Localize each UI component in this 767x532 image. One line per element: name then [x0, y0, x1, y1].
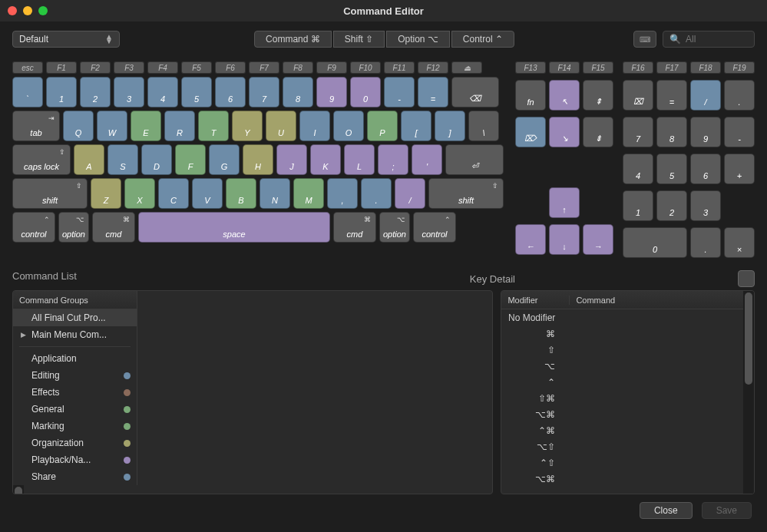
key-f12[interactable]: F12 — [418, 61, 448, 74]
key-1[interactable]: 1 — [623, 190, 653, 221]
key-detail-row[interactable]: ⌃⇧ — [501, 454, 743, 471]
key-f15[interactable]: F15 — [583, 61, 613, 74]
key-detail-row[interactable]: ⌥⌘ — [501, 406, 743, 422]
category-item[interactable]: Effects — [13, 384, 137, 401]
key-j[interactable]: J — [276, 144, 307, 175]
key-←[interactable]: ← — [515, 224, 546, 255]
key-t[interactable]: T — [198, 111, 229, 141]
key-o[interactable]: O — [333, 111, 364, 141]
category-item[interactable]: General — [13, 401, 137, 418]
key-,[interactable]: , — [327, 178, 358, 209]
key-f6[interactable]: F6 — [215, 61, 246, 74]
key-f18[interactable]: F18 — [690, 61, 721, 74]
search-box[interactable]: 🔍 — [663, 31, 755, 48]
key-f1[interactable]: F1 — [46, 61, 77, 74]
key-f14[interactable]: F14 — [549, 61, 580, 74]
key-2[interactable]: 2 — [656, 190, 687, 221]
key-l[interactable]: L — [344, 144, 375, 175]
key-7[interactable]: 7 — [249, 77, 279, 107]
key-=[interactable]: = — [656, 80, 687, 111]
key-⏎[interactable]: ⏎ — [445, 144, 504, 175]
key-;[interactable]: ; — [378, 144, 408, 175]
category-item[interactable]: Share — [13, 468, 137, 485]
key-detail-row[interactable]: ⌃ — [501, 374, 743, 390]
key-⇞[interactable]: ⇞ — [583, 80, 613, 111]
category-item[interactable]: Playback/Na... — [13, 451, 137, 468]
kd-modifier-header[interactable]: Modifier — [507, 296, 566, 305]
key-f13[interactable]: F13 — [515, 61, 546, 74]
key-6[interactable]: 6 — [215, 77, 246, 107]
keyboard-icon-button[interactable]: ⌨ — [633, 31, 656, 48]
key-`[interactable]: ` — [12, 77, 43, 107]
key-][interactable]: ] — [435, 111, 465, 141]
key-detail-scrollbar[interactable] — [743, 291, 754, 494]
key-f4[interactable]: F4 — [147, 61, 178, 74]
key-e[interactable]: E — [131, 111, 161, 141]
key-detail-row[interactable]: ⌥⇧ — [501, 438, 743, 454]
key-/[interactable]: / — [395, 178, 425, 209]
key-f16[interactable]: F16 — [623, 61, 653, 74]
command-list-scrollbar[interactable] — [13, 485, 24, 494]
key-⏏[interactable]: ⏏ — [451, 61, 482, 74]
key-f9[interactable]: F9 — [316, 61, 347, 74]
key-y[interactable]: Y — [232, 111, 263, 141]
key-↓[interactable]: ↓ — [549, 224, 580, 255]
key-↖[interactable]: ↖ — [549, 80, 580, 111]
key-detail-row[interactable]: ⌃⌘ — [501, 422, 743, 438]
key-0[interactable]: 0 — [350, 77, 381, 107]
key-4[interactable]: 4 — [147, 77, 178, 107]
key-⌦[interactable]: ⌦ — [515, 117, 546, 147]
close-button[interactable]: Close — [640, 502, 693, 519]
disclosure-triangle-icon[interactable]: ▶ — [21, 331, 26, 339]
save-button[interactable]: Save — [702, 502, 752, 519]
key-b[interactable]: B — [226, 178, 256, 209]
key-fn[interactable]: fn — [515, 80, 546, 111]
category-item[interactable]: Application — [13, 350, 137, 367]
category-item[interactable]: Editing — [13, 367, 137, 384]
key-w[interactable]: W — [97, 111, 127, 141]
key-\[interactable]: \ — [468, 111, 499, 141]
key-.[interactable]: . — [361, 178, 392, 209]
key-4[interactable]: 4 — [623, 154, 653, 184]
key-detail-row[interactable]: ⌥⌘ — [501, 471, 743, 487]
category-item[interactable]: Organization — [13, 435, 137, 451]
key-shift[interactable]: shift⇧ — [428, 178, 504, 209]
key-8[interactable]: 8 — [283, 77, 313, 107]
key--[interactable]: - — [384, 77, 415, 107]
key-f7[interactable]: F7 — [249, 61, 279, 74]
key-×[interactable]: × — [724, 227, 755, 258]
key-a[interactable]: A — [74, 144, 104, 175]
key-9[interactable]: 9 — [316, 77, 347, 107]
key-n[interactable]: N — [260, 178, 290, 209]
key-6[interactable]: 6 — [690, 154, 721, 184]
key-↑[interactable]: ↑ — [549, 187, 580, 218]
key-detail-row[interactable]: ⌘ — [501, 325, 743, 342]
key-c[interactable]: C — [158, 178, 189, 209]
modifier-button-option[interactable]: Option ⌥ — [386, 31, 450, 48]
key-d[interactable]: D — [141, 144, 172, 175]
key-/[interactable]: / — [690, 80, 721, 111]
kd-command-header[interactable]: Command — [569, 296, 615, 305]
key-5[interactable]: 5 — [656, 154, 687, 184]
group-item[interactable]: All Final Cut Pro... — [13, 309, 137, 326]
minimize-window-button[interactable] — [23, 6, 32, 15]
key-f10[interactable]: F10 — [350, 61, 381, 74]
key-x[interactable]: X — [124, 178, 155, 209]
key-shift[interactable]: shift⇧ — [12, 178, 88, 209]
key-+[interactable]: + — [724, 154, 755, 184]
key-p[interactable]: P — [367, 111, 398, 141]
key-m[interactable]: M — [293, 178, 324, 209]
key-q[interactable]: Q — [63, 111, 94, 141]
key-↘[interactable]: ↘ — [549, 117, 580, 147]
key-⇟[interactable]: ⇟ — [583, 117, 613, 147]
key-f5[interactable]: F5 — [181, 61, 212, 74]
key-1[interactable]: 1 — [46, 77, 77, 107]
key-[[interactable]: [ — [401, 111, 431, 141]
key-k[interactable]: K — [310, 144, 341, 175]
key-detail-row[interactable]: ⇧⌘ — [501, 390, 743, 406]
key-⌫[interactable]: ⌫ — [451, 77, 499, 107]
preset-select[interactable]: Default ▲▼ — [12, 31, 120, 48]
key-.[interactable]: . — [724, 80, 755, 111]
key-r[interactable]: R — [164, 111, 195, 141]
key-option[interactable]: option⌥ — [379, 212, 410, 243]
